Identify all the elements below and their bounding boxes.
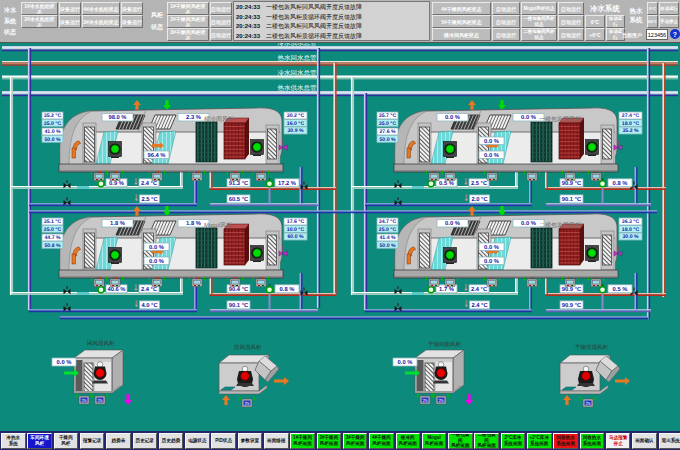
svg-text:1.7 %: 1.7 % bbox=[439, 286, 454, 293]
svg-text:回风湿风柜: 回风湿风柜 bbox=[87, 340, 115, 347]
svg-text:0.0 %: 0.0 % bbox=[149, 244, 164, 251]
svg-text:0.0 %: 0.0 % bbox=[521, 114, 536, 121]
svg-text:2.4 °C: 2.4 °C bbox=[471, 302, 488, 309]
svg-text:90.1 °C: 90.1 °C bbox=[229, 302, 249, 309]
svg-text:30.9 %: 30.9 % bbox=[287, 128, 304, 134]
svg-text:30.2 °C: 30.2 °C bbox=[287, 113, 305, 119]
svg-text:0.0 %: 0.0 % bbox=[445, 114, 460, 121]
svg-text:25.0 °C: 25.0 °C bbox=[379, 227, 397, 233]
svg-text:0.0 %: 0.0 % bbox=[521, 220, 536, 227]
svg-text:25: 25 bbox=[422, 398, 428, 403]
svg-text:1.8 %: 1.8 % bbox=[110, 220, 125, 227]
svg-text:27.4 °C: 27.4 °C bbox=[622, 113, 640, 119]
svg-text:干燥排湿风柜: 干燥排湿风柜 bbox=[575, 344, 609, 351]
svg-text:Mogul风柜: Mogul风柜 bbox=[204, 222, 232, 229]
svg-text:60.0 %: 60.0 % bbox=[287, 234, 304, 240]
svg-text:90.9 °C: 90.9 °C bbox=[562, 286, 582, 293]
svg-text:0.0 %: 0.0 % bbox=[484, 138, 499, 145]
svg-text:0.8 %: 0.8 % bbox=[280, 286, 295, 293]
svg-text:0.5 %: 0.5 % bbox=[613, 286, 628, 293]
svg-text:25: 25 bbox=[438, 398, 444, 403]
svg-text:41.4 %: 41.4 % bbox=[379, 235, 396, 241]
svg-text:96.4 %: 96.4 % bbox=[147, 152, 165, 159]
svg-text:90.9 °C: 90.9 °C bbox=[562, 302, 582, 309]
svg-text:4.0 °C: 4.0 °C bbox=[141, 302, 158, 309]
svg-text:干燥间新风柜: 干燥间新风柜 bbox=[428, 341, 462, 348]
svg-text:18.0 °C: 18.0 °C bbox=[622, 121, 640, 127]
svg-text:25: 25 bbox=[585, 401, 591, 406]
svg-text:0.0 %: 0.0 % bbox=[484, 244, 499, 251]
svg-text:2.3 %: 2.3 % bbox=[186, 114, 201, 121]
svg-text:0.0 %: 0.0 % bbox=[149, 258, 164, 265]
svg-text:热水供水总管: 热水供水总管 bbox=[278, 84, 318, 92]
svg-text:91.3 °C: 91.3 °C bbox=[229, 180, 249, 187]
svg-text:0.8 %: 0.8 % bbox=[613, 180, 628, 187]
svg-text:50.0 %: 50.0 % bbox=[379, 137, 396, 143]
svg-text:25: 25 bbox=[97, 398, 103, 403]
svg-text:18.0 °C: 18.0 °C bbox=[622, 227, 640, 233]
svg-text:0.0 %: 0.0 % bbox=[445, 220, 460, 227]
svg-text:35.2 %: 35.2 % bbox=[622, 128, 639, 134]
svg-text:25.0 °C: 25.0 °C bbox=[44, 227, 62, 233]
svg-text:0.0 %: 0.0 % bbox=[398, 359, 413, 366]
svg-text:冷水回水总管: 冷水回水总管 bbox=[278, 69, 318, 77]
svg-text:2.4 °C: 2.4 °C bbox=[471, 286, 488, 293]
svg-text:34.7 °C: 34.7 °C bbox=[379, 219, 397, 225]
svg-text:0.0 %: 0.0 % bbox=[484, 152, 499, 159]
svg-text:17.2 %: 17.2 % bbox=[278, 180, 296, 187]
svg-text:2.5 °C: 2.5 °C bbox=[471, 180, 488, 187]
svg-text:排风湿风柜: 排风湿风柜 bbox=[234, 344, 262, 351]
svg-text:35.0 °C: 35.0 °C bbox=[44, 121, 62, 127]
svg-text:2.4 °C: 2.4 °C bbox=[141, 286, 158, 293]
svg-text:60.5 °C: 60.5 °C bbox=[229, 196, 249, 203]
svg-text:35.1 °C: 35.1 °C bbox=[44, 219, 62, 225]
svg-text:1.8 %: 1.8 % bbox=[186, 220, 201, 227]
svg-text:25: 25 bbox=[244, 401, 250, 406]
svg-text:25: 25 bbox=[81, 398, 87, 403]
svg-text:90.4 °C: 90.4 °C bbox=[229, 286, 249, 293]
svg-text:41.0 %: 41.0 % bbox=[44, 129, 61, 135]
svg-text:35.2 °C: 35.2 °C bbox=[44, 113, 62, 119]
svg-text:90.9 °C: 90.9 °C bbox=[562, 180, 582, 187]
svg-text:36.3 °C: 36.3 °C bbox=[622, 219, 640, 225]
svg-text:98.0 %: 98.0 % bbox=[108, 114, 126, 121]
svg-text:一楼包装间风柜: 一楼包装间风柜 bbox=[539, 116, 581, 123]
svg-text:30.0 %: 30.0 % bbox=[622, 234, 639, 240]
svg-text:二楼包装间风柜: 二楼包装间风柜 bbox=[539, 222, 581, 229]
svg-text:16.0 °C: 16.0 °C bbox=[287, 121, 305, 127]
svg-text:2.4 °C: 2.4 °C bbox=[141, 180, 158, 187]
svg-text:35.7 °C: 35.7 °C bbox=[379, 113, 397, 119]
svg-text:50.8 %: 50.8 % bbox=[44, 243, 61, 249]
svg-text:0.0 %: 0.0 % bbox=[57, 359, 72, 366]
svg-text:0.0 %: 0.0 % bbox=[484, 258, 499, 265]
svg-text:0.5 %: 0.5 % bbox=[439, 180, 454, 187]
svg-text:90.1 °C: 90.1 °C bbox=[562, 196, 582, 203]
svg-text:40.6 %: 40.6 % bbox=[107, 286, 125, 293]
svg-text:热水回水总管: 热水回水总管 bbox=[278, 54, 318, 62]
svg-text:50.0 %: 50.0 % bbox=[44, 137, 61, 143]
svg-text:27.6 %: 27.6 % bbox=[379, 129, 396, 135]
svg-text:35.0 °C: 35.0 °C bbox=[379, 121, 397, 127]
svg-text:0.9 %: 0.9 % bbox=[109, 180, 124, 187]
svg-text:44.7 %: 44.7 % bbox=[44, 235, 61, 241]
svg-text:2.0 °C: 2.0 °C bbox=[471, 196, 488, 203]
svg-text:50.0 %: 50.0 % bbox=[379, 243, 396, 249]
svg-text:17.6 °C: 17.6 °C bbox=[287, 219, 305, 225]
svg-text:10.0 °C: 10.0 °C bbox=[287, 227, 305, 233]
svg-text:2.5 °C: 2.5 °C bbox=[141, 196, 158, 203]
svg-text:楼冷间风柜: 楼冷间风柜 bbox=[204, 116, 234, 123]
